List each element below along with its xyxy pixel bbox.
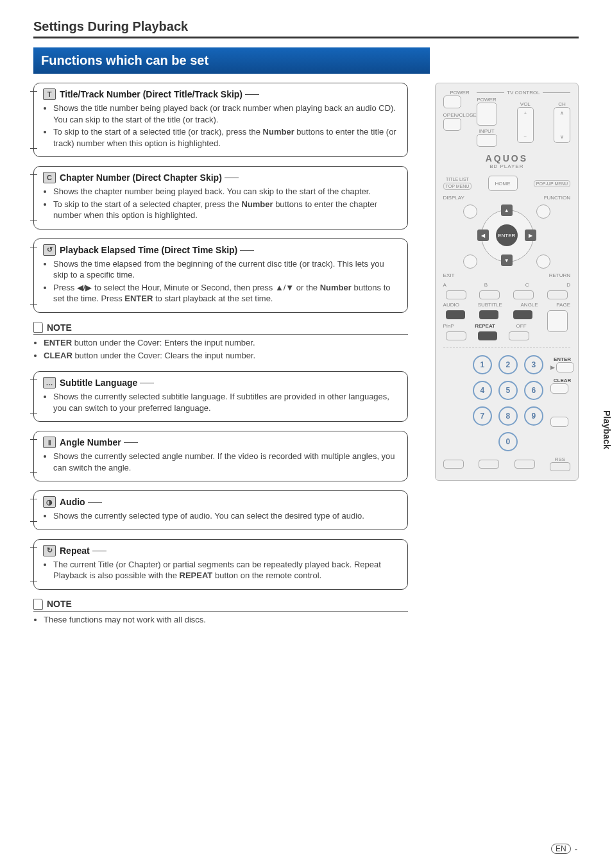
num-9-button[interactable]: 9 (524, 406, 543, 426)
display-button[interactable] (463, 204, 477, 219)
note-block-2: NOTE These functions may not work with a… (33, 599, 408, 626)
channel-rocker[interactable]: ∧∨ (554, 107, 570, 143)
num-6-button[interactable]: 6 (524, 381, 543, 400)
func-box-chapter: C Chapter Number (Direct Chapter Skip) S… (33, 166, 408, 230)
func-item: Shows the time elapsed from the beginnin… (53, 258, 400, 281)
header-divider (33, 37, 579, 38)
tv-power-button[interactable] (477, 103, 497, 126)
func-item: Shows the currently selected subtitle la… (53, 391, 400, 413)
audio-icon: ◑ (43, 496, 56, 508)
num-3-button[interactable]: 3 (524, 355, 543, 374)
remote-label: A (443, 282, 446, 288)
color-c-button[interactable] (513, 290, 534, 299)
note-icon (33, 322, 43, 333)
pinp-button[interactable] (446, 331, 466, 340)
angle-button[interactable] (513, 310, 532, 319)
title-icon: T (43, 88, 56, 100)
side-tab: Playback (602, 410, 612, 449)
audio-button[interactable] (446, 310, 465, 319)
angle-icon: ⦀ (43, 437, 56, 448)
remote-label: TV CONTROL (507, 90, 540, 96)
rss-button[interactable] (550, 462, 570, 471)
dpad-right[interactable]: ▶ (525, 230, 536, 241)
num-5-button[interactable]: 5 (498, 381, 518, 400)
bottom-button[interactable] (443, 460, 464, 469)
section-header: Settings During Playback (33, 19, 579, 34)
num-7-button[interactable]: 7 (473, 406, 492, 426)
remote-control-diagram: POWER OPEN/CLOSE TV CONTROL POWER (435, 83, 579, 481)
functions-column: T Title/Track Number (Direct Title/Track… (33, 83, 408, 635)
func-title: Title/Track Number (Direct Title/Track S… (60, 89, 259, 99)
remote-label: REPEAT (475, 323, 495, 329)
func-title: Subtitle Language (60, 378, 154, 388)
bottom-button[interactable] (479, 460, 499, 469)
dpad-left[interactable]: ◀ (477, 230, 489, 241)
func-box-title-track: T Title/Track Number (Direct Title/Track… (33, 83, 408, 157)
num-1-button[interactable]: 1 (473, 355, 492, 374)
remote-label: RETURN (549, 272, 570, 278)
color-a-button[interactable] (446, 290, 466, 299)
remote-label: CLEAR (550, 378, 574, 383)
func-item: To skip to the start of a selected chapt… (53, 199, 400, 221)
power-button[interactable] (443, 96, 461, 108)
func-title: Audio (60, 497, 102, 507)
func-item: Shows the chapter number being played ba… (53, 186, 400, 197)
func-item: Shows the currently selected angle numbe… (53, 451, 400, 473)
remote-label: OFF (516, 323, 527, 329)
chapter-icon: C (43, 172, 56, 183)
input-button[interactable] (477, 134, 497, 147)
func-title: Playback Elapsed Time (Direct Time Skip) (60, 245, 254, 255)
note-block-1: NOTE ENTER button under the Cover: Enter… (33, 322, 408, 361)
color-b-button[interactable] (479, 290, 500, 299)
home-button[interactable]: HOME (488, 176, 518, 191)
func-item: Press ◀/▶ to select the Hour, Minute or … (53, 282, 400, 305)
note-divider (33, 334, 408, 335)
remote-label: FUNCTION (544, 195, 570, 201)
func-title: Repeat (60, 546, 106, 556)
function-button[interactable] (536, 204, 550, 219)
func-box-audio: ◑ Audio Shows the currently selected typ… (33, 490, 408, 530)
page-rocker[interactable] (547, 310, 568, 332)
remote-label: C (525, 282, 529, 288)
remote-label: POWER (443, 90, 477, 96)
enter-button[interactable]: ENTER (496, 224, 518, 246)
remote-label: DISPLAY (443, 195, 464, 201)
open-close-button[interactable] (443, 118, 461, 131)
dpad-up[interactable]: ▲ (501, 204, 513, 216)
clear-flat-button[interactable] (550, 383, 568, 394)
remote-label: PinP (443, 323, 454, 329)
remote-logo: AQUOS (443, 153, 570, 163)
remote-label: TITLE LIST (443, 177, 472, 181)
note-icon (33, 599, 43, 610)
subtitle-icon: … (43, 377, 56, 388)
note-item: ENTER button under the Cover: Enters the… (44, 337, 408, 349)
num-4-button[interactable]: 4 (473, 381, 492, 400)
enter-flat-button[interactable] (556, 362, 574, 372)
extra-button[interactable] (550, 417, 568, 427)
num-8-button[interactable]: 8 (498, 406, 518, 426)
return-button[interactable] (536, 255, 550, 269)
num-2-button[interactable]: 2 (498, 355, 518, 374)
volume-rocker[interactable]: +− (517, 107, 534, 143)
func-box-elapsed-time: ↺ Playback Elapsed Time (Direct Time Ski… (33, 238, 408, 313)
note-item: These functions may not work with all di… (44, 614, 408, 626)
subtitle-button[interactable] (479, 310, 498, 319)
func-item: To skip to the start of a selected title… (53, 126, 400, 149)
page-footer: EN - (551, 844, 577, 854)
num-0-button[interactable]: 0 (498, 432, 518, 451)
remote-label: D (566, 282, 570, 288)
remote-logo-sub: BD PLAYER (443, 163, 570, 169)
dpad-down[interactable]: ▼ (501, 255, 513, 266)
footer-dash: - (575, 844, 577, 854)
off-button[interactable] (509, 331, 529, 340)
bottom-button[interactable] (514, 460, 535, 469)
remote-label: POP-UP MENU (534, 180, 570, 187)
func-item: The current Title (or Chapter) or partia… (53, 559, 400, 581)
remote-label: AUDIO (443, 302, 459, 308)
color-d-button[interactable] (547, 290, 568, 299)
repeat-button[interactable] (478, 331, 497, 340)
func-item: Shows the currently selected type of aud… (53, 510, 400, 522)
func-item: Shows the title number being played back… (53, 103, 400, 125)
note-item: CLEAR button under the Cover: Clears the… (44, 350, 408, 362)
exit-button[interactable] (463, 255, 477, 269)
